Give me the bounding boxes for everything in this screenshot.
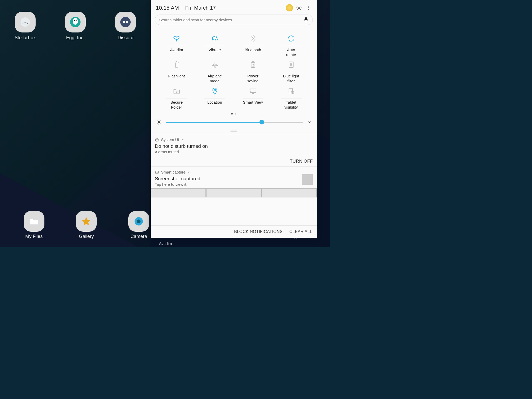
- svg-point-10: [298, 7, 300, 9]
- notification-smart-capture[interactable]: Smart capture Screenshot captured Tap he…: [151, 167, 317, 197]
- svg-point-4: [76, 20, 77, 21]
- qs-label: Blue lightfilter: [283, 74, 299, 84]
- visibility-icon: [288, 86, 295, 96]
- brightness-slider[interactable]: [151, 117, 317, 129]
- screenshot-thumbnail[interactable]: [302, 174, 313, 185]
- svg-point-5: [120, 17, 131, 27]
- power-icon: [250, 59, 256, 70]
- brightness-track[interactable]: [166, 122, 303, 123]
- status-bar-wifi: Avadim: [156, 240, 175, 247]
- qs-tile-airplane[interactable]: Airplanemode: [197, 59, 233, 84]
- svg-point-3: [74, 20, 75, 21]
- svg-rect-14: [305, 17, 307, 20]
- block-notifications-button[interactable]: BLOCK NOTIFICATIONS: [234, 229, 283, 234]
- qs-label: Avadim: [170, 48, 183, 57]
- svg-point-22: [214, 89, 216, 91]
- notification-action-turn-off[interactable]: TURN OFF: [155, 159, 313, 164]
- svg-point-21: [176, 91, 177, 92]
- location-icon: [212, 86, 218, 96]
- svg-point-0: [21, 17, 30, 27]
- bluelight-icon: B: [288, 59, 294, 70]
- quick-settings-grid: AvadimVibrateBluetoothAutorotateFlashlig…: [151, 28, 317, 110]
- qs-tile-rotate[interactable]: Autorotate: [273, 33, 309, 57]
- search-bar[interactable]: [155, 15, 313, 25]
- svg-text:B: B: [290, 63, 292, 66]
- clock-time: 10:15 AM: [156, 5, 179, 11]
- page-dot-2: [235, 113, 236, 115]
- notification-title: Do not disturb turned on: [155, 143, 313, 149]
- separator: |: [182, 5, 183, 10]
- qs-label: Bluetooth: [245, 48, 261, 57]
- brightness-expand-icon[interactable]: [307, 120, 312, 124]
- qs-label: Location: [207, 100, 222, 110]
- qs-tile-wifi[interactable]: Avadim: [158, 33, 195, 57]
- airplane-icon: [211, 59, 218, 70]
- files-icon: [24, 211, 44, 232]
- profile-coin-icon[interactable]: [286, 4, 293, 11]
- page-indicator: [151, 113, 317, 115]
- settings-gear-icon[interactable]: [296, 4, 302, 11]
- qs-label: Autorotate: [286, 48, 296, 57]
- discord-icon: [115, 12, 136, 32]
- dock-label: Camera: [130, 234, 147, 239]
- qs-tile-visibility[interactable]: Tabletvisibility: [273, 86, 309, 110]
- more-menu-icon[interactable]: [305, 4, 312, 11]
- page-dot-1: [231, 113, 233, 115]
- qs-tile-flashlight[interactable]: Flashlight: [158, 59, 195, 84]
- qs-label: Powersaving: [247, 74, 258, 84]
- notification-subtitle: Tap here to view it.: [155, 182, 313, 187]
- notification-system-ui[interactable]: System UI Do not disturb turned on Alarm…: [151, 134, 317, 167]
- home-row: StellarFox Egg, Inc. Discord: [0, 12, 151, 41]
- minus-circle-icon: [155, 138, 159, 142]
- qs-tile-vibrate[interactable]: Vibrate: [197, 33, 233, 57]
- clock-date: Fri, March 17: [185, 5, 216, 11]
- svg-rect-16: [175, 63, 178, 67]
- notification-title: Screenshot captured: [155, 176, 313, 182]
- image-icon: [155, 170, 159, 174]
- dock-label: My Files: [25, 234, 43, 239]
- app-stellarfox[interactable]: StellarFox: [6, 12, 45, 41]
- secure-icon: [173, 86, 180, 96]
- app-label: Discord: [118, 35, 134, 41]
- flashlight-icon: [174, 59, 179, 70]
- wifi-icon: [173, 33, 181, 44]
- svg-point-7: [126, 21, 128, 23]
- qs-tile-bluetooth[interactable]: Bluetooth: [235, 33, 271, 57]
- app-label: Egg, Inc.: [66, 35, 84, 41]
- dock-gallery[interactable]: Gallery: [67, 211, 106, 239]
- gallery-icon: [76, 211, 97, 232]
- chevron-up-icon[interactable]: [181, 138, 185, 142]
- qs-tile-power[interactable]: Powersaving: [235, 59, 271, 84]
- capture-preview-strip[interactable]: [151, 188, 317, 197]
- clear-all-button[interactable]: CLEAR ALL: [289, 229, 312, 234]
- qs-tile-bluelight[interactable]: BBlue lightfilter: [273, 59, 309, 84]
- svg-rect-24: [289, 88, 292, 93]
- dock-label: Gallery: [79, 234, 94, 239]
- brightness-icon: [156, 119, 162, 125]
- panel-drag-handle[interactable]: [151, 129, 317, 134]
- svg-point-13: [308, 9, 309, 10]
- svg-point-2: [73, 18, 78, 25]
- qs-label: Flashlight: [168, 74, 185, 84]
- qs-label: Vibrate: [209, 48, 221, 57]
- svg-point-9: [137, 220, 141, 223]
- bluetooth-icon: [250, 33, 256, 44]
- qs-label: Smart View: [243, 100, 263, 110]
- dock-my-files[interactable]: My Files: [15, 211, 54, 239]
- svg-rect-18: [252, 62, 254, 63]
- qs-tile-smartview[interactable]: Smart View: [235, 86, 271, 110]
- egg-icon: [65, 12, 86, 32]
- svg-point-6: [123, 21, 125, 23]
- app-egg-inc[interactable]: Egg, Inc.: [56, 12, 95, 41]
- smartview-icon: [249, 86, 257, 96]
- chevron-up-icon[interactable]: [188, 170, 191, 174]
- rotate-icon: [287, 33, 295, 44]
- app-discord[interactable]: Discord: [106, 12, 145, 41]
- qs-tile-location[interactable]: Location: [197, 86, 233, 110]
- notification-subtitle: Alarms muted: [155, 150, 313, 154]
- mic-icon[interactable]: [304, 17, 308, 23]
- panel-bottom-actions: BLOCK NOTIFICATIONS CLEAR ALL: [151, 225, 317, 238]
- qs-tile-secure[interactable]: SecureFolder: [158, 86, 195, 110]
- svg-rect-17: [251, 63, 255, 68]
- search-input[interactable]: [159, 18, 304, 22]
